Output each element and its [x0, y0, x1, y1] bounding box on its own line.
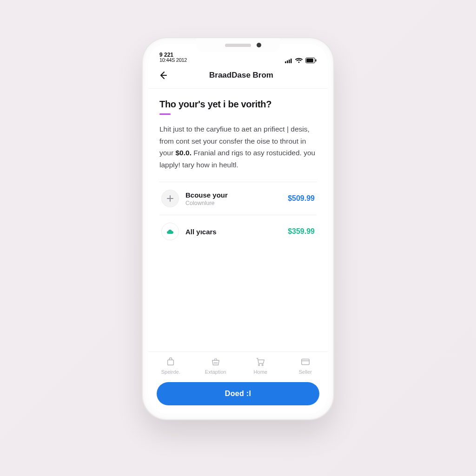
status-indicators [285, 58, 317, 63]
bag-icon [165, 357, 176, 367]
tab-label: Speirde. [161, 369, 180, 375]
summary-list: Bcouse your Colownlure $509.99 All yıcar… [159, 182, 317, 248]
list-item-subtitle: Colownlure [185, 200, 228, 206]
list-item-title: All yıcars [185, 228, 217, 236]
svg-rect-3 [291, 59, 292, 63]
svg-rect-7 [316, 60, 317, 62]
device-notch [196, 38, 280, 52]
svg-point-4 [298, 62, 300, 63]
cellular-icon [285, 58, 292, 63]
status-time: 9 221 10:44S 2012 [159, 52, 187, 63]
basket-icon [211, 357, 221, 367]
page-title: BraadDase Brom [163, 71, 319, 80]
status-line-2: 10:44S 2012 [159, 58, 187, 63]
list-item[interactable]: Bcouse your Colownlure $509.99 [159, 182, 317, 215]
accent-underline [159, 113, 171, 115]
card-icon [300, 357, 311, 367]
svg-rect-1 [287, 60, 288, 63]
body-text: Lhit just to the caryfiue to aet an prif… [159, 123, 317, 171]
list-item-value: $359.99 [288, 227, 315, 236]
main-content: Tho your's yet i be vorith? Lhit just to… [148, 89, 328, 351]
tab-extaption[interactable]: Extaption [193, 357, 238, 375]
cta-container: Doed :l [148, 377, 328, 414]
tab-label: Home [254, 369, 267, 375]
cloud-icon [161, 223, 179, 240]
list-item[interactable]: All yıcars $359.99 [159, 215, 317, 248]
headline: Tho your's yet i be vorith? [159, 99, 317, 110]
plus-icon [161, 190, 179, 207]
svg-point-9 [258, 364, 260, 366]
svg-rect-2 [289, 60, 290, 63]
primary-cta-button[interactable]: Doed :l [157, 382, 319, 405]
svg-point-10 [262, 364, 263, 366]
svg-rect-8 [168, 360, 174, 365]
tab-label: Extaption [205, 369, 226, 375]
speaker-grille [225, 44, 251, 47]
wifi-icon [295, 58, 303, 63]
tab-seller[interactable]: Seller [283, 357, 328, 375]
svg-rect-11 [302, 359, 310, 365]
body-bold: $0.0. [175, 149, 191, 157]
tab-speirde[interactable]: Speirde. [148, 357, 193, 375]
list-item-text: Bcouse your Colownlure [185, 191, 228, 206]
bottom-nav: Speirde. Extaption Home Seller [148, 351, 328, 377]
phone-frame: 9 221 10:44S 2012 BraadDase Brom [143, 38, 333, 419]
list-item-value: $509.99 [288, 194, 315, 203]
tab-home[interactable]: Home [238, 357, 283, 375]
list-item-title: Bcouse your [185, 191, 228, 199]
list-item-text: All yıcars [185, 228, 217, 236]
battery-icon [305, 58, 317, 63]
svg-rect-0 [285, 61, 286, 63]
screen: 9 221 10:44S 2012 BraadDase Brom [148, 44, 328, 414]
cart-icon [255, 357, 265, 367]
app-header: BraadDase Brom [148, 64, 328, 89]
front-camera [257, 43, 261, 47]
tab-label: Seller [299, 369, 312, 375]
svg-rect-6 [306, 59, 313, 62]
